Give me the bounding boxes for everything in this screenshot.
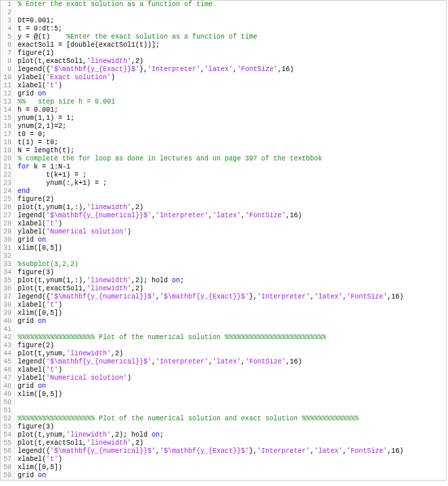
code-line[interactable]: 51 [1,407,446,415]
code-content[interactable]: xlim([0,5]) [15,309,62,317]
code-content[interactable]: Dt=0.001; [15,17,54,25]
code-line[interactable]: 46xlabel('t') [1,366,446,374]
code-content[interactable]: xlabel('t') [15,456,62,464]
code-editor[interactable]: 1% Enter the exact solution as a functio… [0,0,447,481]
code-line[interactable]: 15ynum(1,1) = 1; [1,114,446,123]
code-line[interactable]: 49xlim([0,5]) [1,391,446,399]
code-content[interactable]: xlim([0,5]) [15,244,62,252]
code-content[interactable] [15,399,22,407]
code-content[interactable]: ynum(1,1) = 1; [15,114,74,123]
code-line[interactable]: 48grid on [1,382,446,391]
code-content[interactable]: legend({'$\mathbf{y_{Exact}}$'},'Interpr… [15,66,294,74]
code-line[interactable]: 52%%%%%%%%%%%%%%%%%%% Plot of the numeri… [1,415,446,423]
code-line[interactable]: 47ylabel('Numerical solution') [1,374,446,382]
code-content[interactable]: xlim([0,5]) [15,391,62,399]
code-line[interactable]: 29ylabel('Numerical solution') [1,228,446,236]
code-line[interactable]: 59grid on [1,472,446,480]
code-content[interactable]: figure(1) [15,49,54,58]
code-content[interactable]: figure(3) [15,269,54,277]
code-content[interactable] [15,252,22,261]
code-line[interactable]: 43figure(2) [1,342,446,350]
code-content[interactable]: %% step size h = 0.001 [15,98,115,106]
code-line[interactable]: 40grid on [1,317,446,326]
code-line[interactable]: 44plot(t,ynum,'linewidth',2) [1,350,446,358]
code-content[interactable]: plot(t,exactSol1,'linewidth',2) [15,58,143,66]
code-line[interactable]: 38xlabel('t') [1,301,446,309]
code-content[interactable] [15,326,22,334]
code-line[interactable]: 58xlim([0,5]) [1,464,446,472]
code-line[interactable]: 53figure(3) [1,423,446,431]
code-line[interactable]: 27legend('$\mathbf{y_{numerical}}$','Int… [1,212,446,220]
code-content[interactable]: % Enter the exact solution as a function… [15,1,212,9]
code-line[interactable]: 56legend({'$\mathbf{y_{numerical}}$','$\… [1,447,446,456]
code-line[interactable]: 31xlim([0,5]) [1,244,446,252]
code-content[interactable]: t(1) = t0; [15,139,58,147]
code-line[interactable]: 25figure(2) [1,196,446,204]
code-line[interactable]: 23 ynum(:,k+1) = ; [1,179,446,187]
code-content[interactable]: ylabel('Exact solution') [15,74,115,82]
code-content[interactable]: ynum(:,k+1) = ; [15,179,107,187]
code-content[interactable]: ylabel('Numerical solution') [15,228,131,236]
code-line[interactable]: 50 [1,399,446,407]
code-content[interactable]: h = 0.001; [15,106,58,114]
code-content[interactable]: for k = 1:N-1 [15,163,70,171]
code-content[interactable]: figure(3) [15,423,54,431]
code-content[interactable]: legend({'$\mathbf{y_{numerical}}$','$\ma… [15,447,403,456]
code-content[interactable] [15,407,22,415]
code-content[interactable] [15,9,22,17]
code-line[interactable]: 57xlabel('t') [1,456,446,464]
code-content[interactable]: y = @(t) %Enter the exact solution as a … [15,33,257,41]
code-line[interactable]: 19N = length(t); [1,147,446,155]
code-content[interactable]: legend('$\mathbf{y_{numerical}}$','Inter… [15,358,302,366]
code-line[interactable]: 10ylabel('Exact solution') [1,74,446,82]
code-content[interactable]: xlabel('t') [15,366,62,374]
code-content[interactable]: N = length(t); [15,147,74,155]
code-content[interactable]: %%%%%%%%%%%%%%%%%%% Plot of the numerica… [15,415,359,423]
code-line[interactable]: 9legend({'$\mathbf{y_{Exact}}$'},'Interp… [1,66,446,74]
code-content[interactable]: t0 = 0; [15,131,46,139]
code-line[interactable]: 14h = 0.001; [1,106,446,114]
code-content[interactable]: t(k+1) = ; [15,171,87,179]
code-line[interactable]: 54plot(t,ynum,'linewidth',2); hold on; [1,431,446,439]
code-line[interactable]: 45legend('$\mathbf{y_{numerical}}$','Int… [1,358,446,366]
code-line[interactable]: 24end [1,187,446,196]
code-line[interactable]: 6exactSol1 = [double(exactSol1(t))]; [1,41,446,49]
code-content[interactable]: plot(t,exactSol1,'linewidth',2) [15,285,143,293]
code-line[interactable]: 35plot(t,ynum(1,:),'linewidth',2); hold … [1,277,446,285]
code-line[interactable]: 2 [1,9,446,17]
code-line[interactable]: 8plot(t,exactSol1,'linewidth',2) [1,58,446,66]
code-content[interactable]: xlabel('t') [15,82,62,90]
code-content[interactable]: xlabel('t') [15,301,62,309]
code-content[interactable]: legend({'$\mathbf{y_{numerical}}$','$\ma… [15,293,403,301]
code-line[interactable]: 42%%%%%%%%%%%%%%%%%%% Plot of the numeri… [1,334,446,342]
code-line[interactable]: 55plot(t,exactSol1,'linewidth',2) [1,439,446,447]
code-line[interactable]: 5y = @(t) %Enter the exact solution as a… [1,33,446,41]
code-content[interactable]: exactSol1 = [double(exactSol1(t))]; [15,41,160,49]
code-line[interactable]: 21for k = 1:N-1 [1,163,446,171]
code-content[interactable]: plot(t,ynum(1,:),'linewidth',2); hold on… [15,277,184,285]
code-line[interactable]: 16ynum(2,1)=2; [1,123,446,131]
code-line[interactable]: 33%subplot(3,2,2) [1,261,446,269]
code-line[interactable]: 36plot(t,exactSol1,'linewidth',2) [1,285,446,293]
code-line[interactable]: 32 [1,252,446,261]
code-content[interactable]: legend('$\mathbf{y_{numerical}}$','Inter… [15,212,302,220]
code-content[interactable]: xlabel('t') [15,220,62,228]
code-content[interactable]: grid on [15,382,46,391]
code-content[interactable]: end [15,187,30,196]
code-content[interactable]: grid on [15,317,46,326]
code-content[interactable]: plot(t,ynum(1,:),'linewidth',2) [15,204,143,212]
code-line[interactable]: 17t0 = 0; [1,131,446,139]
code-line[interactable]: 39xlim([0,5]) [1,309,446,317]
code-content[interactable]: figure(2) [15,196,54,204]
code-line[interactable]: 22 t(k+1) = ; [1,171,446,179]
code-content[interactable]: %subplot(3,2,2) [15,261,79,269]
code-content[interactable]: grid on [15,90,46,98]
code-content[interactable]: %%%%%%%%%%%%%%%%%%% Plot of the numerica… [15,334,326,342]
code-content[interactable]: plot(t,ynum,'linewidth',2); hold on; [15,431,164,439]
code-content[interactable]: grid on [15,236,46,244]
code-content[interactable]: ylabel('Numerical solution') [15,374,131,382]
code-line[interactable]: 34figure(3) [1,269,446,277]
code-line[interactable]: 12grid on [1,90,446,98]
code-content[interactable]: plot(t,exactSol1,'linewidth',2) [15,439,143,447]
code-line[interactable]: 41 [1,326,446,334]
